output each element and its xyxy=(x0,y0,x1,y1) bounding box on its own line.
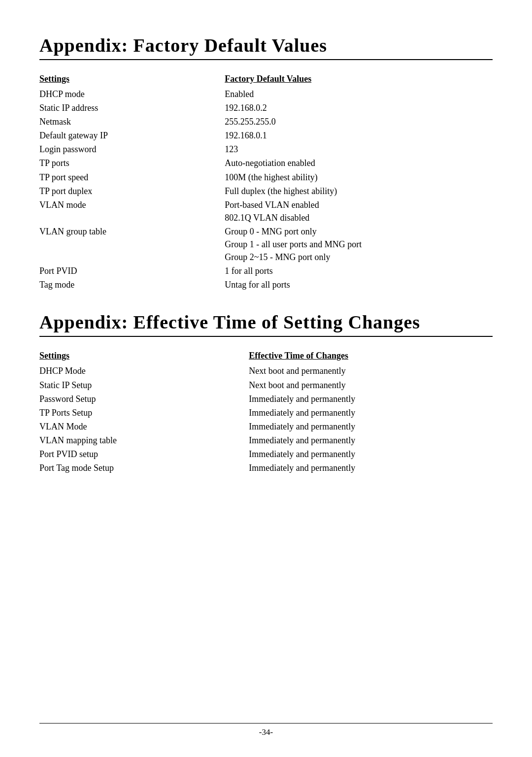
table-row: DHCP modeEnabled xyxy=(39,87,493,101)
table-row: Tag modeUntag for all ports xyxy=(39,278,493,292)
footer: -34- xyxy=(0,723,532,737)
table-row: VLAN ModeImmediately and permanently xyxy=(39,420,493,433)
setting-value: 192.168.0.2 xyxy=(225,101,493,115)
setting-value: Immediately and permanently xyxy=(249,461,493,475)
factory-defaults-table: Settings Factory Default Values DHCP mod… xyxy=(39,74,493,292)
setting-value: Group 0 - MNG port onlyGroup 1 - all use… xyxy=(225,225,493,264)
setting-value: Immediately and permanently xyxy=(249,392,493,406)
table-row: Default gateway IP192.168.0.1 xyxy=(39,129,493,142)
setting-name: TP port speed xyxy=(39,170,225,184)
section2-title: Appendix: Effective Time of Setting Chan… xyxy=(39,311,493,337)
setting-name: Tag mode xyxy=(39,278,225,292)
section2-col2-header: Effective Time of Changes xyxy=(249,351,493,364)
setting-name: VLAN Mode xyxy=(39,420,249,433)
table-row: Static IP SetupNext boot and permanently xyxy=(39,378,493,392)
table-row: TP Ports SetupImmediately and permanentl… xyxy=(39,406,493,420)
table-row: Port Tag mode SetupImmediately and perma… xyxy=(39,461,493,475)
section1-col2-header: Factory Default Values xyxy=(225,74,493,87)
setting-value: Immediately and permanently xyxy=(249,420,493,433)
setting-value: Next boot and permanently xyxy=(249,378,493,392)
setting-value: 192.168.0.1 xyxy=(225,129,493,142)
setting-name: Static IP address xyxy=(39,101,225,115)
table-row: Netmask255.255.255.0 xyxy=(39,115,493,129)
section1-table-section: Settings Factory Default Values DHCP mod… xyxy=(39,74,493,292)
page-number: -34- xyxy=(259,727,273,737)
setting-name: Password Setup xyxy=(39,392,249,406)
table-row: VLAN modePort-based VLAN enabled802.1Q V… xyxy=(39,198,493,225)
table-row: Port PVID1 for all ports xyxy=(39,264,493,278)
setting-value: Immediately and permanently xyxy=(249,406,493,420)
setting-value: 123 xyxy=(225,142,493,156)
effective-time-table: Settings Effective Time of Changes DHCP … xyxy=(39,351,493,475)
setting-name: DHCP Mode xyxy=(39,364,249,378)
table-row: VLAN group tableGroup 0 - MNG port onlyG… xyxy=(39,225,493,264)
setting-value: 255.255.255.0 xyxy=(225,115,493,129)
setting-name: Netmask xyxy=(39,115,225,129)
table-row: Password SetupImmediately and permanentl… xyxy=(39,392,493,406)
setting-value: Next boot and permanently xyxy=(249,364,493,378)
setting-value: Full duplex (the highest ability) xyxy=(225,184,493,198)
setting-name: TP Ports Setup xyxy=(39,406,249,420)
table-row: TP port speed100M (the highest ability) xyxy=(39,170,493,184)
setting-name: DHCP mode xyxy=(39,87,225,101)
table-row: TP port duplexFull duplex (the highest a… xyxy=(39,184,493,198)
setting-name: VLAN group table xyxy=(39,225,225,264)
table-row: Static IP address192.168.0.2 xyxy=(39,101,493,115)
setting-name: Default gateway IP xyxy=(39,129,225,142)
setting-value: Enabled xyxy=(225,87,493,101)
footer-divider xyxy=(39,723,493,724)
section1: Appendix: Factory Default Values Setting… xyxy=(39,34,493,292)
setting-name: VLAN mapping table xyxy=(39,433,249,447)
setting-name: Login password xyxy=(39,142,225,156)
setting-name: Port PVID setup xyxy=(39,447,249,461)
setting-name: Port PVID xyxy=(39,264,225,278)
table-row: VLAN mapping tableImmediately and perman… xyxy=(39,433,493,447)
table-row: Port PVID setupImmediately and permanent… xyxy=(39,447,493,461)
section2-table-section: Settings Effective Time of Changes DHCP … xyxy=(39,351,493,475)
setting-name: VLAN mode xyxy=(39,198,225,225)
setting-name: TP ports xyxy=(39,156,225,170)
setting-name: Port Tag mode Setup xyxy=(39,461,249,475)
setting-value: Immediately and permanently xyxy=(249,447,493,461)
setting-value: Auto-negotiation enabled xyxy=(225,156,493,170)
setting-value: Port-based VLAN enabled802.1Q VLAN disab… xyxy=(225,198,493,225)
table-row: DHCP ModeNext boot and permanently xyxy=(39,364,493,378)
setting-name: TP port duplex xyxy=(39,184,225,198)
setting-value: Immediately and permanently xyxy=(249,433,493,447)
setting-name: Static IP Setup xyxy=(39,378,249,392)
setting-value: Untag for all ports xyxy=(225,278,493,292)
table-row: TP portsAuto-negotiation enabled xyxy=(39,156,493,170)
table-row: Login password123 xyxy=(39,142,493,156)
section2: Appendix: Effective Time of Setting Chan… xyxy=(39,311,493,475)
setting-value: 100M (the highest ability) xyxy=(225,170,493,184)
setting-value: 1 for all ports xyxy=(225,264,493,278)
section1-title: Appendix: Factory Default Values xyxy=(39,34,493,60)
section2-col1-header: Settings xyxy=(39,351,249,364)
section1-col1-header: Settings xyxy=(39,74,225,87)
